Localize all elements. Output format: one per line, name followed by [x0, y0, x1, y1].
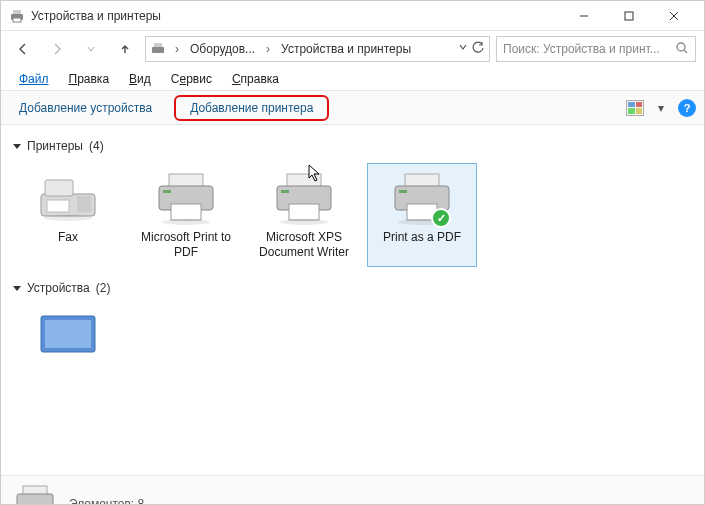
- printer-icon: [151, 170, 221, 226]
- help-button[interactable]: ?: [678, 99, 696, 117]
- group-count: (2): [96, 281, 111, 295]
- device-item-monitor[interactable]: [13, 305, 123, 375]
- svg-rect-29: [399, 190, 407, 193]
- maximize-button[interactable]: [606, 2, 651, 30]
- breadcrumb-segment[interactable]: Устройства и принтеры: [277, 40, 415, 58]
- device-label: Print as a PDF: [383, 230, 461, 245]
- svg-rect-4: [625, 12, 633, 20]
- status-label: Элементов: 8: [69, 497, 144, 506]
- printer-icon: ✓: [387, 170, 457, 226]
- add-printer-button[interactable]: Добавление принтера: [174, 95, 329, 121]
- group-header-printers[interactable]: Принтеры (4): [13, 131, 692, 157]
- view-options-button[interactable]: [626, 100, 644, 116]
- svg-rect-19: [163, 190, 171, 193]
- search-icon: [675, 41, 689, 58]
- device-label: Fax: [58, 230, 78, 245]
- svg-rect-23: [289, 204, 319, 220]
- chevron-right-icon: ›: [172, 42, 182, 56]
- svg-point-20: [162, 219, 210, 225]
- menu-edit[interactable]: Правка: [59, 69, 120, 89]
- add-device-button[interactable]: Добавление устройства: [9, 96, 162, 120]
- recent-dropdown[interactable]: [77, 35, 105, 63]
- svg-point-9: [677, 43, 685, 51]
- breadcrumb-segment[interactable]: Оборудов...: [186, 40, 259, 58]
- svg-rect-1: [13, 10, 21, 14]
- printer-icon: [269, 170, 339, 226]
- group-label: Принтеры: [27, 139, 83, 153]
- svg-rect-14: [47, 200, 69, 212]
- menu-file[interactable]: Файл: [9, 69, 59, 89]
- status-printer-icon: [13, 484, 57, 506]
- menu-help[interactable]: Справка: [222, 69, 289, 89]
- forward-button[interactable]: [43, 35, 71, 63]
- devices-list: [13, 299, 692, 381]
- view-dropdown-icon[interactable]: ▾: [658, 101, 664, 115]
- monitor-icon: [33, 312, 103, 368]
- device-item-fax[interactable]: Fax: [13, 163, 123, 267]
- content-pane: Принтеры (4) Fax Microsoft Print to PDF …: [1, 125, 704, 475]
- collapse-icon: [13, 144, 21, 149]
- group-count: (4): [89, 139, 104, 153]
- svg-rect-13: [77, 196, 91, 212]
- back-button[interactable]: [9, 35, 37, 63]
- default-check-icon: ✓: [431, 208, 451, 228]
- menu-tools[interactable]: Сервис: [161, 69, 222, 89]
- group-label: Устройства: [27, 281, 90, 295]
- svg-rect-2: [13, 18, 21, 22]
- status-bar: Элементов: 8: [1, 475, 704, 505]
- svg-rect-12: [45, 180, 73, 196]
- svg-rect-18: [171, 204, 201, 220]
- close-button[interactable]: [651, 2, 696, 30]
- device-label: Microsoft XPS Document Writer: [256, 230, 352, 260]
- search-placeholder: Поиск: Устройства и принт...: [503, 42, 671, 56]
- titlebar: Устройства и принтеры: [1, 1, 704, 31]
- svg-point-15: [44, 215, 92, 221]
- svg-rect-7: [152, 47, 164, 53]
- svg-point-25: [280, 219, 328, 225]
- svg-line-10: [684, 50, 687, 53]
- device-item-xps[interactable]: Microsoft XPS Document Writer: [249, 163, 359, 267]
- group-header-devices[interactable]: Устройства (2): [13, 273, 692, 299]
- window-title: Устройства и принтеры: [31, 9, 561, 23]
- refresh-icon[interactable]: [471, 41, 485, 58]
- location-icon: [150, 41, 168, 57]
- menu-bar: Файл Правка Вид Сервис Справка: [1, 67, 704, 91]
- address-bar[interactable]: › Оборудов... › Устройства и принтеры: [145, 36, 490, 62]
- svg-rect-34: [17, 494, 53, 506]
- svg-rect-8: [154, 43, 162, 47]
- menu-view[interactable]: Вид: [119, 69, 161, 89]
- navigation-bar: › Оборудов... › Устройства и принтеры По…: [1, 31, 704, 67]
- collapse-icon: [13, 286, 21, 291]
- fax-icon: [33, 170, 103, 226]
- search-input[interactable]: Поиск: Устройства и принт...: [496, 36, 696, 62]
- svg-rect-24: [281, 190, 289, 193]
- device-item-print-as-pdf[interactable]: ✓ Print as a PDF: [367, 163, 477, 267]
- device-item-print-pdf[interactable]: Microsoft Print to PDF: [131, 163, 241, 267]
- up-button[interactable]: [111, 35, 139, 63]
- dropdown-icon[interactable]: [457, 41, 469, 58]
- device-label: Microsoft Print to PDF: [138, 230, 234, 260]
- printers-list: Fax Microsoft Print to PDF Microsoft XPS…: [13, 157, 692, 273]
- toolbar: Добавление устройства Добавление принтер…: [1, 91, 704, 125]
- chevron-right-icon: ›: [263, 42, 273, 56]
- svg-rect-32: [45, 320, 91, 348]
- app-icon: [9, 8, 25, 24]
- minimize-button[interactable]: [561, 2, 606, 30]
